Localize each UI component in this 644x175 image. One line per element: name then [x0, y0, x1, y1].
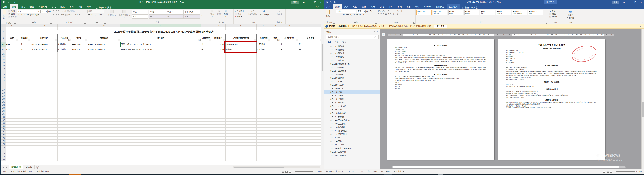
shrink-font-icon[interactable]: A˅ — [370, 10, 372, 12]
empty-cell[interactable] — [201, 76, 211, 79]
filter-icon[interactable]: ▼ — [223, 39, 225, 41]
empty-cell[interactable] — [226, 88, 256, 91]
empty-cell[interactable] — [280, 122, 298, 124]
empty-cell[interactable] — [226, 82, 256, 85]
row-header-154[interactable]: 154 — [1, 79, 6, 82]
data-cell-62-9[interactable]: 技术要求 — [226, 47, 256, 52]
empty-cell[interactable] — [120, 124, 201, 128]
empty-cell[interactable] — [226, 79, 256, 82]
empty-cell[interactable] — [6, 55, 18, 58]
empty-cell[interactable] — [211, 52, 226, 55]
highlight-icon[interactable]: ab — [359, 14, 362, 16]
empty-cell[interactable] — [201, 149, 211, 152]
row-header-171[interactable]: 171 — [1, 130, 6, 134]
word-signin-button[interactable]: 登录 — [612, 1, 619, 4]
excel-tab-0[interactable]: 文件 — [1, 4, 10, 9]
qat-customize-icon[interactable]: ▾ — [338, 1, 338, 3]
empty-cell[interactable] — [201, 67, 211, 70]
empty-cell[interactable] — [298, 158, 321, 161]
empty-cell[interactable] — [298, 52, 321, 55]
data-cell-62-8[interactable]: 0.049 — [211, 47, 226, 52]
empty-cell[interactable] — [31, 88, 58, 91]
empty-cell[interactable] — [256, 134, 271, 136]
empty-cell[interactable] — [120, 76, 201, 79]
empty-cell[interactable] — [211, 146, 226, 149]
empty-cell[interactable] — [18, 124, 31, 128]
empty-cell[interactable] — [71, 55, 88, 58]
row-header-169[interactable]: 169 — [1, 124, 6, 128]
style-card-2[interactable]: AaBbC标题 1 — [448, 10, 463, 15]
font-name-combo[interactable]: 宋体▾ — [336, 10, 356, 13]
nav-search-input[interactable] — [327, 36, 374, 38]
empty-cell[interactable] — [120, 104, 201, 106]
insert-cells-button[interactable]: ⊞插入▾ — [210, 10, 215, 18]
word-vertical-scrollbar[interactable] — [642, 29, 644, 169]
empty-cell[interactable] — [31, 106, 58, 110]
empty-cell[interactable] — [226, 112, 256, 116]
document-page-2[interactable]: 甲醇化学品安全技术说明书第一部分：化学品及企业标识化学品中文名称： 甲醇化学品英… — [498, 39, 605, 160]
nav-item-22[interactable]: 3.8.1.49 三乙醇胺 — [324, 122, 380, 126]
empty-cell[interactable] — [6, 112, 18, 116]
style-card-4[interactable]: AaB标题 — [480, 10, 495, 15]
change-settings-button[interactable]: 更改设置 — [434, 25, 447, 28]
subscript-button[interactable]: x₂ — [350, 14, 352, 16]
empty-cell[interactable] — [58, 152, 71, 155]
empty-cell[interactable] — [280, 64, 298, 67]
empty-cell[interactable] — [211, 134, 226, 136]
align-top-icon[interactable]: ≡ — [53, 10, 54, 12]
empty-cell[interactable] — [271, 149, 280, 152]
empty-cell[interactable] — [298, 106, 321, 110]
empty-cell[interactable] — [298, 98, 321, 100]
empty-cell[interactable] — [6, 122, 18, 124]
word-tab-8[interactable]: 审阅 — [395, 4, 404, 9]
filter-icon[interactable]: ▼ — [28, 39, 30, 41]
align-bottom-icon[interactable]: ≡ — [58, 10, 59, 12]
empty-cell[interactable] — [71, 104, 88, 106]
empty-cell[interactable] — [201, 73, 211, 76]
word-horizontal-scrollbar[interactable] — [392, 166, 626, 168]
nav-item-30[interactable]: 3.8.1.57 二氯甲烷 — [324, 150, 380, 154]
empty-cell[interactable] — [71, 70, 88, 73]
empty-cell[interactable] — [18, 94, 31, 98]
excel-tab-8[interactable]: 视图 — [76, 4, 85, 9]
empty-cell[interactable] — [18, 158, 31, 161]
empty-cell[interactable] — [201, 146, 211, 149]
empty-cell[interactable] — [211, 70, 226, 73]
nav-item-17[interactable]: 3.8.1.44 无水乙醚 — [324, 104, 380, 108]
table-header-13[interactable]: 是否需要▼ — [298, 34, 321, 42]
empty-cell[interactable] — [58, 85, 71, 88]
empty-cell[interactable] — [280, 143, 298, 146]
nav-item-2[interactable]: 3.8.1.29 硫酸铜 — [324, 52, 380, 55]
word-tab-6[interactable]: 引用 — [378, 4, 386, 9]
empty-cell[interactable] — [271, 134, 280, 136]
empty-cell[interactable] — [6, 61, 18, 64]
empty-cell[interactable] — [31, 130, 58, 134]
nav-item-7[interactable]: 3.8.1.34 四硼酸钠 — [324, 69, 380, 73]
empty-cell[interactable] — [120, 94, 201, 98]
empty-cell[interactable] — [6, 140, 18, 143]
empty-cell[interactable] — [256, 27, 271, 30]
nav-item-18[interactable]: 3.8.1.45 乙酸 — [324, 108, 380, 112]
empty-cell[interactable] — [120, 55, 201, 58]
empty-cell[interactable] — [58, 143, 71, 146]
empty-cell[interactable] — [18, 55, 31, 58]
empty-cell[interactable] — [18, 88, 31, 91]
column-header-F[interactable]: F — [71, 24, 88, 27]
empty-cell[interactable] — [58, 82, 71, 85]
empty-cell[interactable] — [31, 122, 58, 124]
empty-cell[interactable] — [31, 134, 58, 136]
excel-tab-2[interactable]: 插入 — [18, 4, 27, 9]
empty-cell[interactable] — [280, 106, 298, 110]
page-break-view-icon[interactable] — [289, 171, 291, 173]
row-header-62[interactable]: 62 — [1, 47, 6, 52]
empty-cell[interactable] — [88, 98, 120, 100]
empty-cell[interactable] — [120, 134, 201, 136]
indent-icons[interactable]: ⇤⇥ — [61, 13, 64, 16]
empty-cell[interactable] — [88, 104, 120, 106]
empty-cell[interactable] — [31, 152, 58, 155]
filter-icon[interactable]: ▼ — [85, 39, 88, 41]
empty-cell[interactable] — [201, 82, 211, 85]
empty-cell[interactable] — [71, 64, 88, 67]
empty-cell[interactable] — [71, 79, 88, 82]
empty-cell[interactable] — [6, 134, 18, 136]
